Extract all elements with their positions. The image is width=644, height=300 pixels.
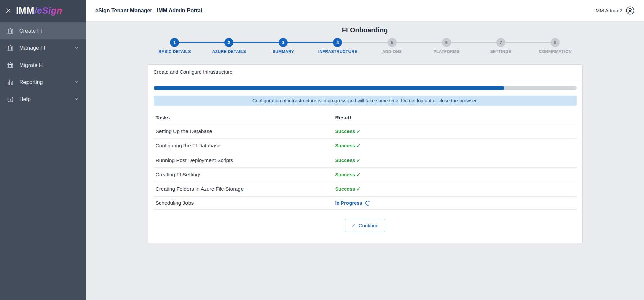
task-name: Setting Up the Database bbox=[154, 124, 333, 139]
onboarding-stepper: 1 BASIC DETAILS 2 AZURE DETAILS 3 SUMMAR… bbox=[148, 38, 583, 54]
user-name: IMM Admin2 bbox=[594, 8, 622, 13]
check-icon: ✓ bbox=[351, 222, 356, 229]
close-icon[interactable] bbox=[5, 8, 11, 14]
table-row: Setting Up the Database Success ✓ bbox=[154, 124, 577, 139]
check-icon: ✓ bbox=[356, 142, 361, 149]
info-banner: Configuration of infrastructure is in pr… bbox=[154, 96, 577, 106]
sidebar: IMM/eSign Create FI Manage FI bbox=[0, 0, 86, 300]
bank-icon bbox=[7, 27, 14, 35]
result-text: Success bbox=[335, 186, 355, 192]
spinner-icon bbox=[365, 201, 370, 206]
tasks-table: Tasks Result Setting Up the Database S bbox=[154, 111, 577, 210]
bar-chart-icon bbox=[7, 79, 14, 86]
step-label: CONFIRMATION bbox=[528, 49, 582, 54]
sidebar-item-manage-fi[interactable]: Manage FI bbox=[0, 39, 86, 56]
app-root: IMM/eSign Create FI Manage FI bbox=[0, 0, 644, 300]
logo-imm-text: IMM bbox=[16, 6, 34, 16]
step-label: INFRASTRUCTURE bbox=[311, 49, 365, 54]
svg-text:?: ? bbox=[9, 97, 11, 101]
step-number: 5 bbox=[388, 38, 397, 47]
user-avatar-icon bbox=[626, 6, 635, 15]
user-menu[interactable]: IMM Admin2 bbox=[594, 6, 635, 15]
task-result: Success ✓ bbox=[333, 124, 576, 139]
step-label: SETTINGS bbox=[474, 49, 528, 54]
logo-esign-text: /eSign bbox=[34, 6, 62, 16]
sidebar-item-label: Create FI bbox=[19, 28, 42, 34]
step-number: 8 bbox=[551, 38, 560, 47]
step-label: ADD-ONS bbox=[365, 49, 419, 54]
table-row: Running Post Deployment Scripts Success … bbox=[154, 153, 577, 168]
app-title: eSign Tenant Manager - IMM Admin Portal bbox=[95, 8, 202, 14]
check-icon: ✓ bbox=[356, 157, 361, 164]
sidebar-nav: Create FI Manage FI Migrate FI bbox=[0, 22, 86, 108]
sidebar-item-label: Manage FI bbox=[19, 45, 45, 51]
task-result: Success ✓ bbox=[333, 139, 576, 153]
step-label: SUMMARY bbox=[256, 49, 311, 54]
step-infrastructure: 4 INFRASTRUCTURE bbox=[311, 38, 365, 54]
task-result: Success ✓ bbox=[333, 168, 576, 182]
chevron-down-icon bbox=[74, 97, 79, 102]
table-row: Creating Folders in Azure File Storage S… bbox=[154, 182, 577, 197]
page-title: FI Onboarding bbox=[148, 26, 583, 34]
step-label: PLATFORMS bbox=[419, 49, 474, 54]
content-area: eSign Tenant Manager - IMM Admin Portal … bbox=[86, 0, 644, 300]
sidebar-item-create-fi[interactable]: Create FI bbox=[0, 22, 86, 39]
continue-button-label: Continue bbox=[359, 223, 379, 228]
progress-bar bbox=[154, 86, 577, 90]
step-number: 4 bbox=[333, 38, 342, 47]
card-title: Create and Configure Infrastructure bbox=[148, 65, 582, 79]
sidebar-item-migrate-fi[interactable]: Migrate FI bbox=[0, 56, 86, 74]
chevron-down-icon bbox=[74, 80, 79, 85]
continue-button[interactable]: ✓ Continue bbox=[345, 219, 385, 232]
step-platforms: 6 PLATFORMS bbox=[419, 38, 474, 54]
task-name: Creating FI Settings bbox=[154, 168, 333, 182]
result-text: Success bbox=[335, 158, 355, 163]
task-name: Creating Folders in Azure File Storage bbox=[154, 182, 333, 197]
task-name: Running Post Deployment Scripts bbox=[154, 153, 333, 168]
step-add-ons: 5 ADD-ONS bbox=[365, 38, 419, 54]
bank-icon bbox=[7, 44, 14, 52]
table-header-row: Tasks Result bbox=[154, 111, 577, 124]
sidebar-item-reporting[interactable]: Reporting bbox=[0, 74, 86, 91]
step-number: 7 bbox=[496, 38, 505, 47]
check-icon: ✓ bbox=[356, 185, 361, 193]
help-icon: ? bbox=[7, 96, 14, 103]
sidebar-item-label: Help bbox=[19, 96, 31, 102]
task-name: Scheduling Jobs bbox=[154, 197, 333, 210]
result-text: Success bbox=[335, 129, 355, 134]
step-confirmation: 8 CONFIRMATION bbox=[528, 38, 582, 54]
sidebar-item-label: Reporting bbox=[19, 79, 43, 85]
step-summary: 3 SUMMARY bbox=[256, 38, 311, 54]
main-panel: FI Onboarding 1 BASIC DETAILS 2 AZURE DE… bbox=[86, 22, 644, 300]
table-row: Scheduling Jobs In Progress bbox=[154, 197, 577, 210]
step-label: AZURE DETAILS bbox=[202, 49, 256, 54]
bank-icon bbox=[7, 61, 14, 69]
result-column-header: Result bbox=[333, 111, 576, 124]
table-row: Configuring the FI Database Success ✓ bbox=[154, 139, 577, 153]
table-row: Creating FI Settings Success ✓ bbox=[154, 168, 577, 182]
step-number: 3 bbox=[279, 38, 288, 47]
check-icon: ✓ bbox=[356, 171, 361, 178]
task-result: In Progress bbox=[333, 197, 576, 210]
progress-fill bbox=[154, 86, 505, 90]
sidebar-item-help[interactable]: ? Help bbox=[0, 91, 86, 108]
task-result: Success ✓ bbox=[333, 182, 576, 197]
app-logo: IMM/eSign bbox=[16, 6, 62, 16]
infrastructure-card: Create and Configure Infrastructure Conf… bbox=[148, 64, 583, 243]
chevron-down-icon bbox=[74, 45, 79, 50]
result-text: In Progress bbox=[335, 200, 362, 206]
step-number: 1 bbox=[170, 38, 179, 47]
step-basic-details: 1 BASIC DETAILS bbox=[148, 38, 202, 54]
step-settings: 7 SETTINGS bbox=[474, 38, 528, 54]
step-label: BASIC DETAILS bbox=[148, 49, 202, 54]
result-text: Success bbox=[335, 143, 355, 148]
top-bar: eSign Tenant Manager - IMM Admin Portal … bbox=[86, 0, 644, 22]
sidebar-header: IMM/eSign bbox=[0, 0, 86, 22]
step-azure-details: 2 AZURE DETAILS bbox=[202, 38, 256, 54]
check-icon: ✓ bbox=[356, 128, 361, 135]
step-number: 6 bbox=[442, 38, 451, 47]
result-text: Success bbox=[335, 172, 355, 177]
tasks-column-header: Tasks bbox=[154, 111, 333, 124]
task-name: Configuring the FI Database bbox=[154, 139, 333, 153]
task-result: Success ✓ bbox=[333, 153, 576, 168]
